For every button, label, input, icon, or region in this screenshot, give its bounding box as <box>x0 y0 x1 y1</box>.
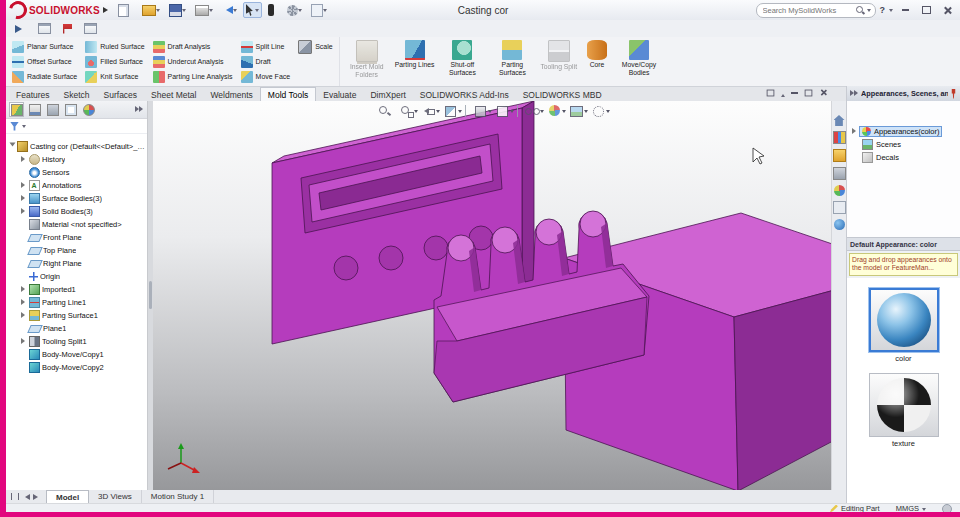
ribbon-small-button[interactable]: Split Line <box>239 39 293 54</box>
tree-item[interactable]: History <box>6 153 147 166</box>
view-toolbar-button[interactable] <box>547 104 566 118</box>
tree-item[interactable]: Material <not specified> <box>6 218 147 231</box>
quick-toolbar-button[interactable] <box>139 3 163 18</box>
quick-toolbar-button[interactable] <box>192 3 216 18</box>
tree-item[interactable]: Body-Move/Copy1 <box>6 348 147 361</box>
appearances-tab-icon[interactable] <box>834 185 845 196</box>
view-toolbar-button[interactable] <box>525 104 544 118</box>
tree-item[interactable]: Body-Move/Copy2 <box>6 361 147 374</box>
view-toolbar-button[interactable] <box>569 104 588 118</box>
close-button[interactable] <box>939 3 956 17</box>
doc-restore-icon[interactable] <box>805 89 813 96</box>
chevron-down-icon[interactable] <box>22 125 26 130</box>
view-toolbar-button[interactable] <box>443 104 462 118</box>
view-toolbar-button[interactable] <box>421 104 440 118</box>
scroll-left-icon[interactable] <box>22 494 30 500</box>
view-toolbar-button[interactable] <box>377 104 396 118</box>
command-tab[interactable]: Mold Tools <box>260 87 316 101</box>
expand-arrow-icon[interactable] <box>20 286 27 293</box>
ribbon-small-button[interactable]: Scale <box>296 39 335 54</box>
tree-item[interactable]: Right Plane <box>6 257 147 270</box>
command-tab[interactable]: Evaluate <box>316 88 363 101</box>
help-button[interactable]: ? <box>880 5 886 15</box>
flyout-expand[interactable] <box>135 105 144 114</box>
chevron-down-icon[interactable] <box>867 9 871 14</box>
ribbon-small-button[interactable]: Ruled Surface <box>83 39 146 54</box>
ribbon-small-button[interactable]: Offset Surface <box>10 54 79 69</box>
expand-arrow-icon[interactable] <box>20 208 27 215</box>
view-toolbar-button[interactable] <box>473 104 492 118</box>
tree-item[interactable]: Annotations <box>6 179 147 192</box>
tree-item[interactable]: Tooling Split1 <box>6 335 147 348</box>
ribbon-large-button[interactable]: Tooling Split <box>537 39 580 84</box>
command-tab[interactable]: Sheet Metal <box>144 88 203 101</box>
command-tab[interactable]: SOLIDWORKS MBD <box>516 88 609 101</box>
file-explorer-icon[interactable] <box>833 149 846 162</box>
tree-item[interactable]: Parting Line1 <box>6 296 147 309</box>
restore-button[interactable] <box>918 3 935 17</box>
expand-arrow-icon[interactable] <box>20 299 27 306</box>
ribbon-small-button[interactable]: Draft Analysis <box>151 39 235 54</box>
filter-funnel-icon[interactable] <box>10 122 19 131</box>
display-pane-icon[interactable] <box>767 89 775 96</box>
ribbon-large-button[interactable]: Parting Lines <box>392 39 438 84</box>
tree-item[interactable]: Origin <box>6 270 147 283</box>
view-toolbar-button[interactable] <box>517 105 522 117</box>
custom-properties-icon[interactable] <box>833 201 846 214</box>
command-tab[interactable]: Weldments <box>203 88 259 101</box>
tree-item[interactable]: Surface Bodies(3) <box>6 192 147 205</box>
ribbon-large-button[interactable]: Shut-off Surfaces <box>437 39 487 84</box>
ribbon-large-button[interactable]: Insert Mold Folders <box>342 39 392 84</box>
appearance-thumbnail[interactable]: texture <box>847 373 960 448</box>
view-toolbar-button[interactable] <box>399 104 418 118</box>
toolbar-button[interactable] <box>60 22 75 36</box>
manager-tab[interactable] <box>45 102 60 117</box>
expand-arrow-icon[interactable] <box>20 338 27 345</box>
tree-item[interactable]: Sensors <box>6 166 147 179</box>
chevron-down-icon[interactable] <box>889 9 893 14</box>
command-tab[interactable]: Surfaces <box>97 88 145 101</box>
expand-arrow-icon[interactable] <box>20 312 27 319</box>
quick-toolbar-button[interactable] <box>265 2 281 18</box>
doc-minimize-icon[interactable] <box>791 92 798 94</box>
command-tab[interactable]: SOLIDWORKS Add-Ins <box>413 88 516 101</box>
appearances-tree-item[interactable]: Appearances(color) <box>847 125 960 138</box>
toolbar-button[interactable] <box>35 21 54 36</box>
quick-toolbar-button[interactable] <box>115 2 136 19</box>
appearances-tree-item[interactable]: Scenes <box>847 138 960 151</box>
doc-close-icon[interactable] <box>820 89 827 96</box>
ribbon-small-button[interactable]: Draft <box>239 54 293 69</box>
ribbon-small-button[interactable]: Radiate Surface <box>10 69 79 84</box>
tree-item[interactable]: Imported1 <box>6 283 147 296</box>
command-tab[interactable]: Features <box>9 88 57 101</box>
expand-arrow-icon[interactable] <box>20 156 27 163</box>
toolbar-button[interactable] <box>81 21 100 36</box>
ribbon-large-button[interactable]: Parting Surfaces <box>487 39 537 84</box>
ribbon-small-button[interactable]: Planar Surface <box>10 39 79 54</box>
ribbon-small-button[interactable]: Undercut Analysis <box>151 54 235 69</box>
tab-splitter-icon[interactable] <box>11 493 19 500</box>
view-toolbar-button[interactable] <box>495 104 514 118</box>
toolbar-button[interactable] <box>12 23 29 35</box>
ribbon-large-button[interactable]: Core <box>580 39 614 84</box>
command-tab[interactable]: Sketch <box>57 88 97 101</box>
quick-toolbar-button[interactable] <box>243 2 262 18</box>
quick-toolbar-button[interactable] <box>219 4 240 16</box>
document-tab[interactable]: Motion Study 1 <box>142 490 214 503</box>
minimize-button[interactable] <box>897 3 914 17</box>
menu-expand-arrow-icon[interactable] <box>103 7 111 13</box>
view-toolbar-button[interactable] <box>591 104 610 118</box>
quick-toolbar-button[interactable] <box>308 2 330 19</box>
viewport-3d[interactable] <box>153 101 831 490</box>
tree-item[interactable]: Top Plane <box>6 244 147 257</box>
view-palette-icon[interactable] <box>833 167 846 180</box>
manager-tab[interactable] <box>81 102 96 117</box>
ribbon-small-button[interactable]: Filled Surface <box>83 54 146 69</box>
expand-arrow-icon[interactable] <box>8 143 15 150</box>
manager-tab[interactable] <box>9 102 24 117</box>
expand-arrow-icon[interactable] <box>20 195 27 202</box>
splitter-grip[interactable] <box>149 281 152 309</box>
tree-item[interactable]: Casting cor (Default<<Default>_Display S <box>6 140 147 153</box>
search-input[interactable] <box>761 5 854 16</box>
tree-item[interactable]: Front Plane <box>6 231 147 244</box>
